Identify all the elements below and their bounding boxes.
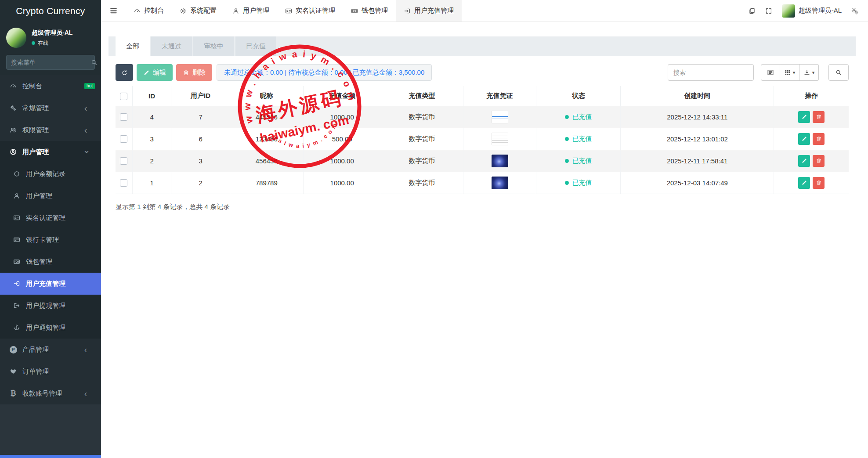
cell-status: 已充值 [536, 172, 621, 194]
sidebar-item-user-section[interactable]: 用户管理‹ [0, 141, 101, 163]
row-checkbox[interactable] [120, 113, 127, 121]
edit-button[interactable]: 编辑 [137, 64, 173, 81]
clear-cache-icon[interactable] [749, 7, 756, 14]
filter-tab-reviewing[interactable]: 审核中 [193, 36, 234, 56]
row-delete-button[interactable] [813, 111, 825, 123]
table-search-input[interactable] [668, 64, 754, 81]
cell-id: 2 [132, 150, 171, 172]
voucher-image[interactable] [492, 155, 508, 167]
cell-created: 2025-12-12 14:33:11 [621, 106, 774, 128]
export-button[interactable]: ▾ [799, 64, 819, 81]
row-edit-button[interactable] [798, 177, 810, 189]
row-checkbox[interactable] [120, 179, 127, 187]
sidebar-item-product[interactable]: P产品管理‹ [0, 339, 101, 361]
detail-view-button[interactable] [761, 64, 780, 81]
column-header-id: ID [132, 86, 171, 106]
topbar-tab-label: 用户充值管理 [414, 7, 454, 15]
sidebar-item-label: 用户余额记录 [26, 170, 95, 178]
sidebar-item-dashboard[interactable]: 控制台hot [0, 75, 101, 97]
columns-button[interactable]: ▾ [780, 64, 799, 81]
hamburger-menu-icon[interactable] [101, 0, 126, 22]
row-checkbox[interactable] [120, 135, 127, 143]
status-label: 已充值 [572, 157, 592, 165]
topbar-tab-system-config[interactable]: 系统配置 [172, 0, 224, 22]
cell-ops [774, 172, 849, 194]
row-delete-button[interactable] [813, 177, 825, 189]
fullscreen-icon[interactable] [765, 7, 772, 14]
cell-status: 已充值 [536, 106, 621, 128]
cell-nickname: 445566 [230, 106, 303, 128]
sidebar-item-user-balance[interactable]: 用户余额记录 [0, 163, 101, 185]
filter-tab-rejected[interactable]: 未通过 [151, 36, 192, 56]
credit-card-icon [11, 236, 22, 243]
voucher-image[interactable] [492, 177, 508, 189]
filter-tab-all[interactable]: 全部 [116, 36, 150, 56]
cell-created: 2025-12-03 14:07:49 [621, 172, 774, 194]
row-checkbox[interactable] [120, 157, 127, 165]
delete-button[interactable]: 删除 [176, 64, 212, 81]
sidebar-item-wallet[interactable]: 钱包管理 [0, 251, 101, 273]
topbar-tab-label: 系统配置 [190, 7, 217, 15]
cell-amount: 500.00 [303, 128, 381, 150]
sidebar-item-kyc[interactable]: 实名认证管理 [0, 207, 101, 229]
online-dot-icon [32, 41, 35, 45]
search-button[interactable] [828, 64, 849, 81]
topbar-tab-dashboard[interactable]: 控制台 [126, 0, 172, 22]
refresh-icon [121, 69, 128, 76]
chevron-left-icon: ‹ [80, 126, 91, 134]
topbar-tab-kyc[interactable]: 实名认证管理 [277, 0, 343, 22]
id-card-icon [285, 7, 292, 14]
sidebar-item-general[interactable]: 常规管理‹ [0, 97, 101, 119]
row-delete-button[interactable] [813, 155, 825, 167]
topbar-tab-user-recharge[interactable]: 用户充值管理 [396, 0, 462, 22]
anchor-icon [11, 324, 22, 331]
status-dot-icon [565, 159, 569, 163]
filter-tab-recharged[interactable]: 已充值 [235, 36, 276, 56]
sidebar-item-bank-card[interactable]: 银行卡管理 [0, 229, 101, 251]
sidebar-item-label: 用户管理 [26, 192, 95, 200]
sidebar-item-user-manage[interactable]: 用户管理 [0, 185, 101, 207]
sidebar-search-input[interactable] [11, 59, 90, 66]
sign-in-icon [404, 7, 411, 14]
cell-amount: 1000.00 [303, 150, 381, 172]
table-view-buttons: ▾ ▾ [761, 64, 819, 81]
cell-id: 4 [132, 106, 171, 128]
topbar-tab-user-manage[interactable]: 用户管理 [224, 0, 277, 22]
sidebar-item-user-withdraw[interactable]: 用户提现管理 [0, 295, 101, 317]
table-row[interactable]: 127897891000.00数字货币已充值2025-12-03 14:07:4… [116, 172, 849, 194]
row-edit-button[interactable] [798, 133, 810, 145]
voucher-image[interactable] [492, 133, 508, 145]
sidebar-item-label: 收款账号管理 [22, 389, 80, 398]
table-row[interactable]: 474455661000.00数字货币已充值2025-12-12 14:33:1… [116, 106, 849, 128]
caret-down-icon: ▾ [812, 70, 815, 76]
voucher-image[interactable] [492, 111, 508, 123]
filter-tabs: 全部未通过审核中已充值 [108, 36, 856, 56]
sidebar-item-user-recharge[interactable]: 用户充值管理 [0, 273, 101, 295]
sidebar-item-label: 控制台 [22, 82, 84, 90]
sidebar-item-label: 银行卡管理 [26, 236, 95, 244]
column-header-amount: 充值金额 [303, 86, 381, 106]
sidebar-item-permission[interactable]: 权限管理‹ [0, 119, 101, 141]
status-label: 已充值 [572, 135, 592, 143]
settings-cogs-icon[interactable] [851, 7, 858, 14]
topbar-tab-wallet[interactable]: 钱包管理 [343, 0, 396, 22]
row-delete-button[interactable] [813, 133, 825, 145]
cell-user-id: 2 [171, 172, 230, 194]
sidebar-item-order[interactable]: 订单管理 [0, 361, 101, 382]
user-icon [11, 192, 22, 199]
select-all-checkbox[interactable] [120, 93, 127, 100]
table-row[interactable]: 234564561000.00数字货币已充值2025-12-11 17:58:4… [116, 150, 849, 172]
amount-summary: 未通过总金额：0.00 | 待审核总金额：0.00 | 已充值总金额：3,500… [217, 64, 432, 81]
column-header-type: 充值类型 [381, 86, 463, 106]
refresh-button[interactable] [116, 64, 133, 81]
grid-icon [784, 69, 791, 76]
topbar-user[interactable]: 超级管理员-AL [782, 4, 842, 18]
sidebar-item-user-notice[interactable]: 用户通知管理 [0, 317, 101, 339]
table-footer: 显示第 1 到第 4 条记录，总共 4 条记录 [116, 203, 849, 211]
trash-icon [183, 69, 189, 76]
row-edit-button[interactable] [798, 155, 810, 167]
row-edit-button[interactable] [798, 111, 810, 123]
sidebar-item-payee-account[interactable]: ₿收款账号管理‹ [0, 382, 101, 404]
table-row[interactable]: 36123456500.00数字货币已充值2025-12-12 13:01:02 [116, 128, 849, 150]
wallet-icon [351, 7, 358, 14]
